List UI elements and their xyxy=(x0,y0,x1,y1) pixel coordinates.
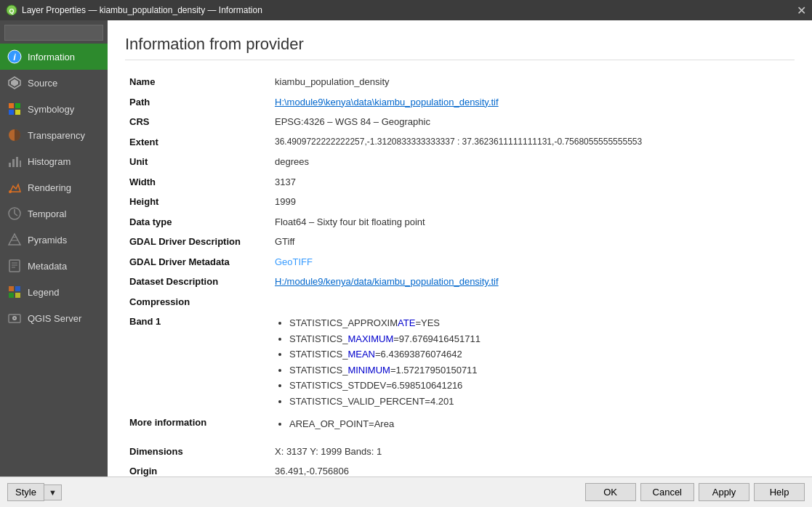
field-value: Float64 – Sixty four bit floating point xyxy=(270,212,795,232)
sidebar-item-rendering[interactable]: Rendering xyxy=(0,174,108,200)
svg-rect-22 xyxy=(9,260,20,272)
svg-rect-28 xyxy=(9,293,14,298)
stat-prefix: STATISTICS_ xyxy=(289,333,347,344)
svg-marker-19 xyxy=(9,234,20,245)
sidebar-item-label: QGIS Server xyxy=(28,313,81,324)
app-logo: Q xyxy=(6,4,17,16)
field-value: 1999 xyxy=(270,192,795,212)
geotiff-value: GeoTIFF xyxy=(275,256,313,267)
table-row: CRS EPSG:4326 – WGS 84 – Geographic xyxy=(125,112,795,132)
list-item: STATISTICS_STDDEV=6.598510641216 xyxy=(289,378,790,393)
content-area: Information from provider Name kiambu_po… xyxy=(108,20,812,476)
field-value: 3137 xyxy=(270,172,795,192)
content-title: Information from provider xyxy=(125,35,795,60)
band1-row: Band 1 STATISTICS_APPROXIMATE=YES STATIS… xyxy=(125,312,795,413)
apply-button[interactable]: Apply xyxy=(699,483,749,501)
sidebar-item-qgis-server[interactable]: QGIS Server xyxy=(0,305,108,331)
stats-list: STATISTICS_APPROXIMATE=YES STATISTICS_MA… xyxy=(275,316,790,408)
field-value: 36.4909722222222257,-1.3120833333333337 … xyxy=(270,132,795,153)
style-dropdown-arrow[interactable]: ▼ xyxy=(44,484,62,500)
table-row xyxy=(125,436,795,442)
svg-rect-6 xyxy=(9,103,14,108)
field-label: Extent xyxy=(125,132,270,153)
pyramids-icon xyxy=(7,232,22,247)
sidebar-item-label: Histogram xyxy=(28,156,71,167)
rendering-icon xyxy=(7,180,22,195)
field-label: GDAL Driver Metadata xyxy=(125,252,270,272)
field-label: Path xyxy=(125,92,270,113)
origin-label: Origin xyxy=(125,461,270,476)
dimensions-value: X: 3137 Y: 1999 Bands: 1 xyxy=(270,442,795,462)
cancel-button[interactable]: Cancel xyxy=(640,483,694,501)
symbology-icon xyxy=(7,102,22,116)
source-icon xyxy=(7,76,22,90)
table-row: Dataset Description H:/module9/kenya/dat… xyxy=(125,272,795,292)
dataset-link[interactable]: H:/module9/kenya/data/kiambu_population_… xyxy=(275,276,499,287)
field-label: Unit xyxy=(125,152,270,172)
sidebar-item-label: Information xyxy=(28,52,75,62)
field-label: Compression xyxy=(125,292,270,312)
sidebar-item-temporal[interactable]: Temporal xyxy=(0,200,108,227)
more-info-row: More information AREA_OR_POINT=Area xyxy=(125,413,795,436)
svg-rect-13 xyxy=(16,157,18,167)
table-row: Unit degrees xyxy=(125,152,795,172)
style-button[interactable]: Style xyxy=(7,483,44,501)
help-button[interactable]: Help xyxy=(754,483,805,501)
info-table: Name kiambu_population_density Path H:\m… xyxy=(125,72,795,476)
field-value: GeoTIFF xyxy=(270,252,795,272)
svg-point-32 xyxy=(14,317,15,319)
ok-button[interactable]: OK xyxy=(585,483,636,501)
more-info-value: AREA_OR_POINT=Area xyxy=(270,413,795,436)
stat-prefix: STATISTICS_ xyxy=(289,349,347,360)
field-value: kiambu_population_density xyxy=(270,72,795,92)
field-label: CRS xyxy=(125,112,270,132)
sidebar-item-source[interactable]: Source xyxy=(0,70,108,96)
svg-rect-11 xyxy=(9,163,11,167)
path-link[interactable]: H:\module9\kenya\data\kiambu_population_… xyxy=(275,97,499,108)
band1-stats: STATISTICS_APPROXIMATE=YES STATISTICS_MA… xyxy=(270,312,795,413)
field-value: H:/module9/kenya/data/kiambu_population_… xyxy=(270,272,795,292)
sidebar-item-transparency[interactable]: Transparency xyxy=(0,122,108,148)
field-value: GTiff xyxy=(270,232,795,252)
table-row: Extent 36.4909722222222257,-1.3120833333… xyxy=(125,132,795,153)
temporal-icon xyxy=(7,206,22,221)
sidebar-item-symbology[interactable]: Symbology xyxy=(0,96,108,122)
field-label: Width xyxy=(125,172,270,192)
sidebar-item-pyramids[interactable]: Pyramids xyxy=(0,227,108,253)
sidebar-item-histogram[interactable]: Histogram xyxy=(0,148,108,174)
stat-prefix: STATISTICS_APPROXIM xyxy=(289,317,398,328)
sidebar-item-label: Rendering xyxy=(28,182,71,193)
table-row: GDAL Driver Metadata GeoTIFF xyxy=(125,252,795,272)
stat-highlight: MAXIMUM xyxy=(347,333,393,344)
search-input[interactable] xyxy=(4,25,103,41)
field-value: H:\module9\kenya\data\kiambu_population_… xyxy=(270,92,795,113)
more-info-list: AREA_OR_POINT=Area xyxy=(275,417,790,431)
transparency-icon xyxy=(7,128,22,142)
search-box[interactable] xyxy=(4,25,103,41)
svg-rect-12 xyxy=(12,159,15,167)
sidebar-item-legend[interactable]: Legend xyxy=(0,279,108,305)
qgis-server-icon xyxy=(7,311,22,325)
field-label: Name xyxy=(125,72,270,92)
origin-value: 36.491,-0.756806 xyxy=(270,461,795,476)
sidebar-item-label: Source xyxy=(28,78,57,89)
information-icon: i xyxy=(7,49,22,64)
sidebar-item-information[interactable]: i Information xyxy=(0,44,108,70)
sidebar-item-label: Symbology xyxy=(28,104,74,115)
sidebar-item-label: Pyramids xyxy=(28,235,67,246)
sidebar: i Information Source xyxy=(0,20,108,476)
dimensions-label: Dimensions xyxy=(125,442,270,462)
metadata-icon xyxy=(7,259,22,273)
close-button[interactable]: ✕ xyxy=(797,4,806,17)
field-label: Data type xyxy=(125,212,270,232)
style-section[interactable]: Style ▼ xyxy=(7,483,62,501)
stat-prefix: STATISTICS_ xyxy=(289,365,347,376)
svg-text:Q: Q xyxy=(9,7,14,15)
sidebar-item-metadata[interactable]: Metadata xyxy=(0,253,108,279)
svg-rect-14 xyxy=(20,161,21,167)
svg-point-15 xyxy=(9,190,12,193)
origin-row: Origin 36.491,-0.756806 xyxy=(125,461,795,476)
title-bar: Q Layer Properties — kiambu_population_d… xyxy=(0,0,812,20)
table-row: GDAL Driver Description GTiff xyxy=(125,232,795,252)
sidebar-item-label: Metadata xyxy=(28,261,67,272)
